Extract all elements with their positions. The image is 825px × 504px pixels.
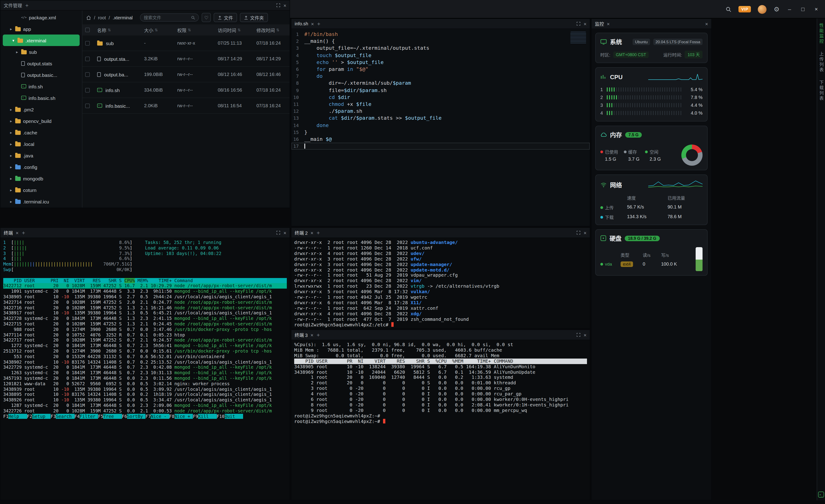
process-row[interactable]: 3477114 root 20 0 10752 4076 3252 R 0.7 … — [3, 332, 287, 338]
chevron-right-icon[interactable]: ▸ — [9, 153, 13, 158]
column-header-修改时间[interactable]: 修改时间⇅ — [256, 26, 287, 33]
file-row-output.ba...[interactable]: output.ba...199.0BiBrw-r--r--08/12 16:46… — [82, 67, 290, 82]
close-icon[interactable]: × — [311, 21, 314, 26]
editor-minimap[interactable] — [571, 32, 586, 44]
breadcrumb-root[interactable]: root — [98, 15, 106, 20]
process-row[interactable]: 3438902 root 10 -10 83176 14324 11408 S … — [3, 359, 287, 365]
chevron-right-icon[interactable]: ▸ — [9, 176, 13, 181]
expand-panel-icon[interactable] — [576, 333, 580, 337]
tree-item-app[interactable]: ▸app — [0, 23, 82, 34]
favorite-button[interactable]: ♡ — [202, 13, 211, 22]
tree-item-info.basic.sh[interactable]: >_info.basic.sh — [0, 92, 82, 103]
process-row[interactable]: 3438926 root 10 -10 135M 39380 19964 S 0… — [3, 397, 287, 403]
process-row[interactable]: 1201821 www-data 20 0 52672 9560 6952 S … — [3, 381, 287, 387]
terminal-1-tab[interactable]: 终端 × — [4, 229, 19, 236]
tree-item-mongodb[interactable]: ▸mongodb — [0, 173, 82, 184]
htop-fkey-bar[interactable]: F1Help F2Setup F3Search F4Filter F5Tree … — [3, 414, 287, 419]
sort-icon[interactable]: ⇅ — [108, 28, 111, 32]
code-editor[interactable]: 1#!/bin/bash2__main() {3 output_file=~/.… — [291, 29, 590, 226]
upload-folder-button[interactable]: 文件夹 — [240, 13, 268, 22]
close-window-button[interactable]: × — [813, 6, 820, 12]
file-row-info.sh[interactable]: >_info.sh334.0BiBrw-r--r--08/16 16:5607/… — [82, 82, 290, 98]
expand-panel-icon[interactable] — [276, 231, 280, 235]
chevron-right-icon[interactable]: ▸ — [9, 142, 13, 146]
process-row[interactable]: 3422717 root 20 0 1028M 159M 47252 S 0.7… — [3, 338, 287, 343]
tree-item-opencv_build[interactable]: ▸opencv_build — [0, 115, 82, 127]
process-row[interactable]: 3422716 root 20 0 1028M 159M 47252 S 1.3… — [3, 305, 287, 311]
settings-gear-icon[interactable]: ⚙ — [774, 6, 779, 13]
terminal-1-screen[interactable]: 1 [|||| 8.6%]2 [||||| 9.5%]3 [|||| 7.3%]… — [0, 238, 290, 500]
chevron-right-icon[interactable]: ▸ — [9, 130, 13, 135]
tree-item-output.stats[interactable]: output.stats — [0, 58, 82, 69]
sort-icon[interactable]: ⇅ — [155, 28, 158, 32]
rail-tab-performance[interactable]: 性能监控 — [818, 23, 824, 44]
tree-item-.java[interactable]: ▸.java — [0, 150, 82, 161]
add-icon[interactable]: + — [25, 2, 28, 8]
process-row[interactable]: 3438905 root 10 -10 135M 39380 19964 S 2… — [3, 294, 287, 300]
terminal-3-tab[interactable]: 终端 3 × — [295, 331, 313, 338]
upload-file-button[interactable]: 文件 — [214, 13, 237, 22]
close-icon[interactable]: × — [607, 21, 610, 26]
tree-item-.config[interactable]: ▸.config — [0, 161, 82, 173]
htop-table-header[interactable]: PID USER PRI NI VIRT RES SHR S CPU% MEM%… — [3, 278, 287, 283]
tree-item-output.basic...[interactable]: output.basic... — [0, 69, 82, 81]
rail-tab-downloads[interactable]: 下载列表 — [818, 80, 824, 101]
process-row[interactable]: 3422712 root 20 0 1028M 159M 47252 S 16.… — [3, 283, 287, 289]
process-row[interactable]: 3438895 root 10 -10 83176 14324 11408 S … — [3, 392, 287, 398]
close-panel-icon[interactable]: × — [584, 230, 587, 235]
process-row[interactable]: 553 root 20 0 1532M 44228 31132 S 0.7 0.… — [3, 354, 287, 359]
close-icon[interactable]: × — [16, 230, 19, 235]
expand-panel-icon[interactable] — [576, 231, 580, 235]
sort-icon[interactable]: ⇅ — [276, 28, 279, 32]
process-row[interactable]: 1263 systemd-c 20 0 1841M 173M 46448 S 0… — [3, 370, 287, 375]
process-row[interactable]: 2513712 root 20 0 1274M 3900 2680 S 0.7 … — [3, 348, 287, 354]
column-header-名称[interactable]: 名称⇅ — [97, 26, 144, 33]
minimize-button[interactable]: – — [786, 6, 793, 12]
new-terminal-button[interactable]: + — [22, 230, 25, 236]
row-checkbox[interactable] — [85, 103, 90, 108]
column-header-权限[interactable]: 权限⇅ — [177, 26, 218, 33]
close-panel-icon[interactable]: × — [705, 21, 708, 26]
close-panel-icon[interactable]: × — [283, 230, 286, 235]
sort-icon[interactable]: ⇅ — [188, 28, 191, 32]
tree-item-.xterminal[interactable]: ▾.xterminal — [3, 34, 80, 46]
tree-item-sub[interactable]: ▸sub — [0, 46, 82, 58]
process-row[interactable]: 3438939 root 10 -10 135M 39380 19964 S 0… — [3, 387, 287, 392]
vip-badge[interactable]: VIP — [739, 6, 751, 12]
process-row[interactable]: 3438917 root 10 -10 135M 39380 19964 S 1… — [3, 311, 287, 316]
breadcrumb-current[interactable]: .xterminal — [113, 15, 133, 20]
select-all-checkbox[interactable] — [85, 28, 90, 32]
close-panel-icon[interactable]: × — [584, 21, 587, 26]
close-panel-icon[interactable]: × — [584, 332, 587, 338]
process-row[interactable]: 1272 systemd-c 20 0 1841M 173M 46448 S 0… — [3, 343, 287, 348]
row-checkbox[interactable] — [85, 56, 90, 61]
tree-item-.pm2[interactable]: ▸.pm2 — [0, 103, 82, 115]
process-row[interactable]: 3422715 root 20 0 1028M 159M 47252 S 1.3… — [3, 321, 287, 327]
tree-item-.cache[interactable]: ▸.cache — [0, 127, 82, 138]
process-row[interactable]: 3457193 systemd-c 20 0 1841M 173M 46448 … — [3, 375, 287, 381]
file-row-output.sta...[interactable]: output.sta...3.2KiBrw-r--r--08/17 14:290… — [82, 51, 290, 67]
row-checkbox[interactable] — [85, 88, 90, 92]
new-terminal-button[interactable]: + — [317, 332, 320, 338]
tree-item-.terminal.icu[interactable]: ▸.terminal.icu — [0, 196, 82, 207]
chevron-right-icon[interactable]: ▸ — [9, 187, 13, 192]
terminal-launcher-icon[interactable]: >_ — [818, 492, 824, 498]
close-icon[interactable]: × — [310, 332, 313, 338]
search-input[interactable] — [144, 15, 189, 20]
chevron-right-icon[interactable]: ▸ — [9, 26, 13, 31]
process-row[interactable]: 3422726 root 20 0 1028M 159M 47252 S 0.0… — [3, 408, 287, 414]
process-row[interactable]: 3422714 root 20 0 1028M 159M 47252 S 2.0… — [3, 300, 287, 305]
process-row[interactable]: 1091 systemd-c 20 0 1841M 173M 46448 S 3… — [3, 288, 287, 294]
column-header-访问时间[interactable]: 访问时间⇅ — [218, 26, 256, 33]
terminal-2-screen[interactable]: drwxr-xr-x 2 root root 4096 Dec 28 2022 … — [291, 238, 590, 328]
avatar[interactable] — [758, 5, 767, 14]
file-row-info.basic...[interactable]: >_info.basic...2.0KiBrw-r--r--08/11 16:5… — [82, 98, 290, 114]
search-box[interactable] — [140, 13, 199, 22]
sort-icon[interactable]: ⇅ — [238, 28, 240, 32]
close-icon[interactable]: × — [310, 230, 313, 235]
column-header-大小[interactable]: 大小⇅ — [144, 26, 177, 33]
tree-item-coturn[interactable]: ▸coturn — [0, 184, 82, 196]
close-panel-icon[interactable]: × — [283, 3, 286, 8]
row-checkbox[interactable] — [85, 72, 90, 77]
expand-panel-icon[interactable] — [276, 3, 280, 7]
